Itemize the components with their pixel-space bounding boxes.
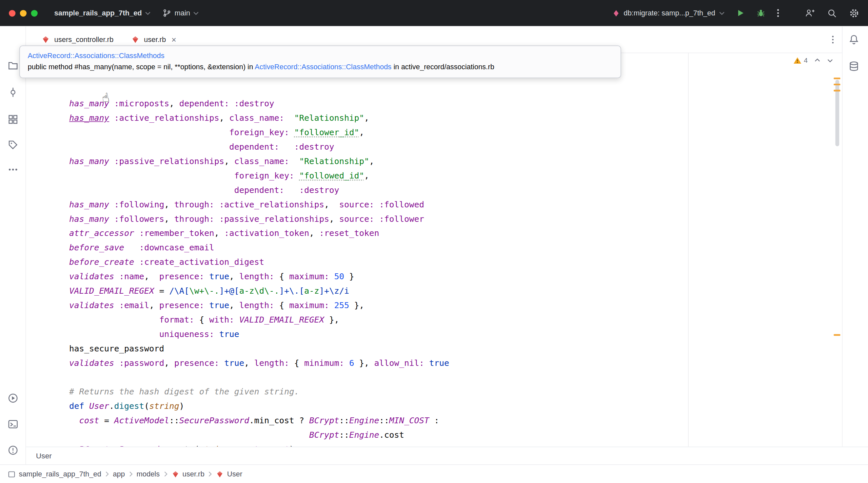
folder-icon[interactable] (8, 60, 18, 71)
code-token: , (169, 99, 179, 109)
code-line[interactable]: before_save :downcase_email (69, 240, 449, 255)
code-token: , (329, 214, 339, 224)
code-line[interactable]: dependent: :destroy (69, 183, 449, 197)
breadcrumb-app[interactable]: app (113, 470, 125, 478)
code-line[interactable]: BCrypt::Password.create(string, cost: co… (69, 442, 449, 447)
more-kebab-icon[interactable] (777, 8, 779, 18)
settings-gear-icon[interactable] (849, 8, 859, 18)
close-window-button[interactable] (9, 10, 16, 17)
code-line[interactable]: dependent: :destroy (69, 140, 449, 154)
structure-icon[interactable] (8, 114, 18, 125)
code-line[interactable]: foreign_key: "follower_id", (69, 125, 449, 140)
chevron-down-icon (193, 11, 199, 16)
warning-stripe-mark[interactable] (834, 334, 840, 336)
run-icon[interactable] (736, 8, 745, 18)
code-line[interactable]: validates :email, presence: true, length… (69, 298, 449, 313)
branch-widget[interactable]: main (163, 9, 199, 17)
breadcrumb-user-rb[interactable]: user.rb (172, 470, 205, 478)
code-token: Engine (349, 430, 379, 440)
problems-icon[interactable] (8, 445, 18, 455)
services-icon[interactable] (8, 393, 18, 403)
code-token: "Relationship" (294, 113, 364, 123)
breadcrumb-models[interactable]: models (136, 470, 160, 478)
code-line[interactable]: has_many :following, through: :active_re… (69, 197, 449, 211)
search-icon[interactable] (827, 8, 837, 18)
code-area[interactable]: has_many :microposts, dependent: :destro… (69, 67, 449, 447)
code-line[interactable]: uniqueness: true (69, 327, 449, 341)
code-token: a-z\d\-. (239, 286, 279, 296)
zoom-window-button[interactable] (31, 10, 38, 17)
code-token: def (69, 401, 84, 411)
run-configuration-selector[interactable]: db:migrate: samp...p_7th_ed (612, 9, 725, 17)
breadcrumb-label: user.rb (182, 470, 204, 478)
ruby-file-icon (42, 35, 50, 44)
code-line[interactable]: has_many :microposts, dependent: :destro… (69, 96, 449, 111)
code-line[interactable]: def User.digest(string) (69, 399, 449, 414)
close-tab-icon[interactable]: × (172, 35, 176, 44)
terminal-icon[interactable] (8, 419, 18, 429)
notifications-bell-icon[interactable] (849, 34, 859, 45)
branch-name: main (175, 9, 190, 17)
code-line[interactable]: format: { with: VALID_EMAIL_REGEX }, (69, 312, 449, 327)
code-line[interactable]: has_many :followers, through: :passive_r… (69, 211, 449, 226)
add-user-icon[interactable] (805, 8, 815, 18)
database-icon[interactable] (849, 61, 859, 72)
code-token: :passive_relationships (219, 214, 330, 224)
code-token: , (324, 199, 339, 209)
scope-label[interactable]: User (36, 452, 52, 460)
more-tools-icon[interactable] (8, 167, 18, 172)
bookmarks-icon[interactable] (8, 140, 18, 150)
commit-icon[interactable] (8, 87, 18, 97)
code-token: has_many (69, 199, 109, 209)
warning-stripe-mark[interactable] (834, 78, 840, 79)
code-line[interactable]: has_many :passive_relationships, class_n… (69, 154, 449, 168)
tab-options-kebab-icon[interactable] (832, 35, 834, 44)
code-token: ]+@[ (219, 286, 239, 296)
code-token: 255 (334, 300, 349, 310)
code-line[interactable]: BCrypt::Engine.cost (69, 428, 449, 442)
tooltip-title-link[interactable]: ActiveRecord::Associations::ClassMethods (28, 52, 164, 60)
code-line[interactable]: has_secure_password (69, 341, 449, 356)
tooltip-body-text: public method #has_many(name, scope = ni… (28, 63, 255, 71)
code-token (134, 257, 139, 267)
debug-icon[interactable] (756, 8, 766, 18)
code-token: source: (339, 214, 374, 224)
code-token: has_many (69, 113, 109, 123)
code-token: .create( (159, 444, 199, 447)
prev-problem-chevron-icon[interactable] (814, 58, 820, 63)
code-token: minimum: (304, 358, 344, 368)
code-line[interactable]: VALID_EMAIL_REGEX = /\A[\w+\-.]+@[a-z\d\… (69, 284, 449, 298)
code-line[interactable]: validates :name, presence: true, length:… (69, 269, 449, 284)
inspections-widget[interactable]: 4 (793, 56, 833, 64)
code-line[interactable]: attr_accessor :remember_token, :activati… (69, 226, 449, 240)
code-token: class_name: (234, 156, 289, 166)
code-line[interactable]: before_create :create_activation_digest (69, 255, 449, 269)
code-token: source: (339, 199, 374, 209)
code-token (214, 329, 219, 339)
editor-breadcrumb-scope-bar: User (26, 447, 868, 464)
code-line[interactable]: foreign_key: "followed_id", (69, 168, 449, 183)
code-token (69, 171, 234, 180)
code-token: validates (69, 358, 114, 368)
code-line[interactable]: validates :password, presence: true, len… (69, 356, 449, 370)
code-token: ]+\z/i (319, 286, 349, 296)
code-token: 50 (334, 272, 344, 282)
code-token: , (164, 199, 175, 209)
project-widget[interactable]: sample_rails_app_7th_ed (54, 9, 151, 17)
next-problem-chevron-icon[interactable] (827, 58, 833, 63)
tooltip-class-link[interactable]: ActiveRecord::Associations::ClassMethods (255, 63, 392, 71)
breadcrumb-user-class[interactable]: User (216, 470, 242, 478)
warning-stripe-mark[interactable] (834, 84, 840, 85)
breadcrumb-project[interactable]: sample_rails_app_7th_ed (8, 470, 101, 478)
warning-stripe-mark[interactable] (834, 90, 840, 91)
code-line[interactable]: # Returns the hash digest of the given s… (69, 385, 449, 399)
minimize-window-button[interactable] (20, 10, 27, 17)
code-token (134, 228, 139, 238)
code-lines: has_many :microposts, dependent: :destro… (69, 96, 449, 447)
editor-pane[interactable]: has_many :microposts, dependent: :destro… (26, 53, 842, 447)
code-line[interactable]: cost = ActiveModel::SecurePassword.min_c… (69, 414, 449, 428)
warning-triangle-icon (793, 56, 802, 64)
code-line[interactable]: has_many :active_relationships, class_na… (69, 111, 449, 125)
code-line[interactable] (69, 370, 449, 385)
run-config-icon (612, 9, 620, 17)
